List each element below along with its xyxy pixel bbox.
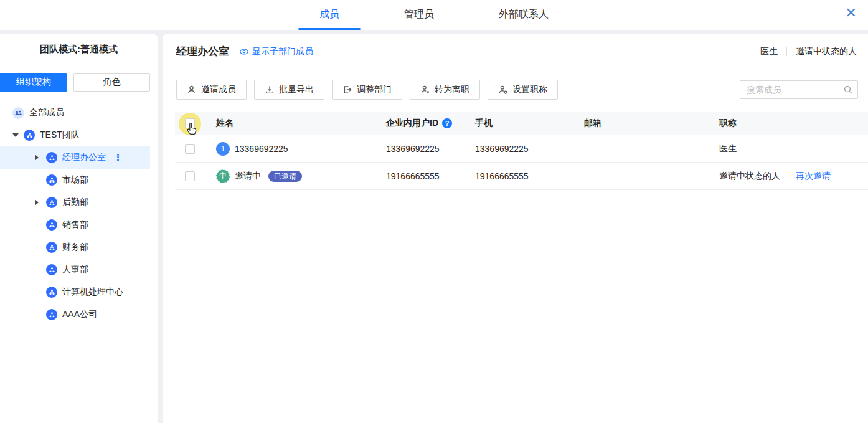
tree-item-label: 全部成员 — [29, 107, 64, 118]
tree-item-label: 经理办公室 — [62, 152, 106, 163]
invite-member-button[interactable]: 邀请成员 — [176, 80, 247, 100]
tree-item-logistics[interactable]: 后勤部 — [0, 191, 158, 214]
tree-item-label: 人事部 — [62, 264, 88, 275]
column-header-user-id: 企业内用户ID — [386, 118, 438, 129]
user-gear-icon — [498, 85, 508, 95]
member-title: 邀请中状态的人 — [719, 171, 796, 182]
move-out-icon — [342, 85, 352, 95]
tree-item-all-members[interactable]: 全部成员 — [0, 102, 158, 124]
tree-item-label: 销售部 — [62, 219, 88, 231]
page-title: 经理办公室 — [176, 44, 229, 59]
column-header-email: 邮箱 — [584, 118, 719, 129]
tree-item-label: 财务部 — [62, 242, 88, 253]
column-header-title: 职称 — [719, 118, 796, 129]
invited-status-badge: 已邀请 — [268, 171, 302, 182]
department-icon — [46, 152, 57, 163]
org-structure-button[interactable]: 组织架构 — [0, 73, 67, 92]
tab-group: 成员 管理员 外部联系人 — [298, 0, 570, 30]
tree-item-marketing[interactable]: 市场部 — [0, 169, 158, 191]
row-checkbox[interactable] — [185, 171, 195, 181]
close-icon[interactable]: ✕ — [846, 6, 857, 20]
team-mode-label: 团队模式:普通模式 — [0, 34, 158, 64]
tree-item-test-team[interactable]: TEST团队 — [0, 124, 158, 146]
top-tab-bar: 成员 管理员 外部联系人 ✕ — [0, 0, 868, 30]
tree-item-finance[interactable]: 财务部 — [0, 236, 158, 259]
column-header-phone: 手机 — [475, 118, 584, 129]
tree-item-computer-center[interactable]: 计算机处理中心 — [0, 281, 158, 303]
set-resigned-button[interactable]: 转为离职 — [410, 80, 480, 100]
button-label: 批量导出 — [279, 84, 314, 95]
caret-right-icon[interactable] — [35, 199, 39, 206]
tree-item-manager-office[interactable]: 经理办公室 ⋮ — [0, 146, 150, 169]
tree-item-label: AAA公司 — [62, 309, 97, 320]
button-label: 邀请成员 — [201, 84, 236, 95]
eye-icon — [239, 47, 249, 57]
show-subdepartment-link[interactable]: 显示子部门成员 — [239, 46, 313, 57]
table-row: 1 13369692225 13369692225 13369692225 医生 — [175, 135, 868, 163]
department-icon — [24, 130, 35, 141]
sidebar-toggle: 组织架构 角色 — [0, 64, 158, 102]
department-icon — [46, 242, 57, 253]
filter-doctor[interactable]: 医生 — [760, 46, 778, 57]
department-tree: 全部成员 TEST团队 — [0, 102, 158, 326]
button-label: 转为离职 — [435, 84, 469, 95]
member-title: 医生 — [719, 143, 796, 154]
adjust-department-button[interactable]: 调整部门 — [332, 80, 402, 100]
tree-item-label: 市场部 — [62, 174, 88, 186]
member-user-id: 19166665555 — [386, 171, 475, 181]
tree-item-label: 后勤部 — [62, 197, 88, 208]
role-button[interactable]: 角色 — [73, 73, 150, 92]
member-table: 姓名 企业内用户ID ? 手机 邮箱 职称 1 13369692225 — [175, 112, 868, 190]
tree-item-label: 计算机处理中心 — [62, 287, 123, 298]
member-name: 邀请中 — [235, 171, 261, 182]
member-phone: 19166665555 — [475, 171, 584, 181]
user-add-icon — [187, 85, 197, 95]
column-header-name: 姓名 — [216, 118, 386, 129]
tree-item-sales[interactable]: 销售部 — [0, 214, 158, 236]
department-icon — [46, 264, 57, 275]
tree-item-hr[interactable]: 人事部 — [0, 259, 158, 281]
tab-external-contacts[interactable]: 外部联系人 — [478, 0, 570, 30]
user-remove-icon — [420, 85, 430, 95]
caret-down-icon[interactable] — [12, 133, 19, 137]
caret-right-icon[interactable] — [35, 154, 39, 161]
department-icon — [46, 174, 57, 186]
reinvite-link[interactable]: 再次邀请 — [796, 171, 831, 181]
avatar: 中 — [216, 169, 230, 183]
department-icon — [46, 219, 57, 231]
search-icon[interactable] — [843, 85, 853, 95]
table-row: 中 邀请中 已邀请 19166665555 19166665555 邀请中状态的… — [175, 163, 868, 190]
department-icon — [46, 287, 57, 298]
help-icon[interactable]: ? — [442, 118, 452, 128]
more-menu-icon[interactable]: ⋮ — [113, 152, 123, 163]
member-panel: 经理办公室 显示子部门成员 医生 邀请中状态的人 邀请成员 — [163, 34, 868, 423]
row-checkbox[interactable] — [185, 144, 195, 154]
button-label: 调整部门 — [357, 84, 392, 95]
avatar: 1 — [216, 142, 230, 156]
button-label: 设置职称 — [512, 84, 547, 95]
department-icon — [46, 309, 57, 320]
tree-item-aaa-company[interactable]: AAA公司 — [0, 303, 158, 326]
set-title-button[interactable]: 设置职称 — [488, 80, 558, 100]
tab-admins[interactable]: 管理员 — [383, 0, 455, 30]
tree-item-label: TEST团队 — [40, 130, 80, 141]
search-input[interactable] — [740, 80, 858, 99]
member-name: 13369692225 — [235, 144, 288, 154]
batch-export-button[interactable]: 批量导出 — [254, 80, 324, 100]
table-header: 姓名 企业内用户ID ? 手机 邮箱 职称 — [175, 112, 868, 135]
cursor-hand-icon — [186, 121, 199, 136]
filter-inviting[interactable]: 邀请中状态的人 — [796, 46, 857, 57]
show-subdepartment-label: 显示子部门成员 — [252, 46, 313, 57]
department-icon — [46, 197, 57, 208]
org-sidebar: 团队模式:普通模式 组织架构 角色 全部成员 — [0, 34, 158, 423]
download-icon — [265, 85, 275, 95]
member-phone: 13369692225 — [475, 144, 584, 154]
member-user-id: 13369692225 — [386, 144, 475, 154]
filter-divider — [786, 47, 787, 56]
members-icon — [12, 107, 24, 119]
tab-members[interactable]: 成员 — [298, 0, 361, 30]
